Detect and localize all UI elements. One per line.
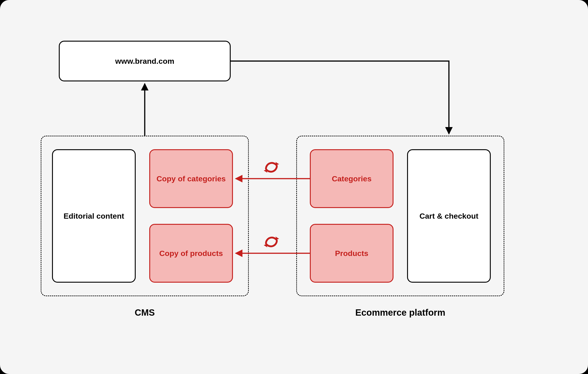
node-cart-checkout: Cart & checkout bbox=[407, 149, 491, 283]
node-copy-of-categories: Copy of categories bbox=[149, 149, 233, 208]
node-copy-of-products: Copy of products bbox=[149, 224, 233, 283]
group-cms-label: CMS bbox=[41, 308, 249, 318]
node-website: www.brand.com bbox=[59, 41, 231, 81]
node-products: Products bbox=[310, 224, 394, 283]
arrow-website-to-ecommerce bbox=[231, 61, 449, 134]
sync-icon bbox=[264, 162, 279, 173]
node-editorial-content: Editorial content bbox=[52, 149, 136, 283]
group-ecommerce-label: Ecommerce platform bbox=[296, 308, 504, 318]
node-categories: Categories bbox=[310, 149, 394, 208]
diagram-canvas: CMS Ecommerce platform www.brand.com Edi… bbox=[0, 0, 588, 374]
sync-icon bbox=[264, 237, 279, 247]
